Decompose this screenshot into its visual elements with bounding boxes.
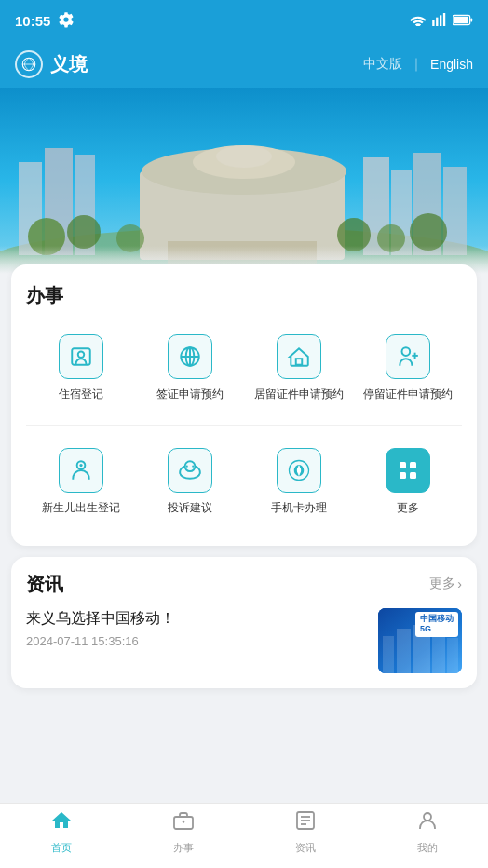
svg-rect-52 (397, 629, 411, 673)
nav-home-label: 首页 (51, 841, 72, 855)
news-item[interactable]: 来义乌选择中国移动！ 2024-07-11 15:35:16 (26, 608, 462, 673)
simcard-icon (277, 448, 321, 493)
main-content: 办事 住宿登记 (0, 264, 488, 774)
service-item-more[interactable]: 更多 (353, 437, 462, 527)
nav-news[interactable]: 资讯 (244, 802, 366, 862)
svg-point-62 (424, 813, 431, 821)
svg-rect-49 (410, 472, 416, 479)
stay-icon (386, 334, 430, 379)
wifi-icon (410, 13, 427, 29)
status-left: 10:55 (15, 11, 75, 31)
nav-home[interactable]: 首页 (0, 802, 122, 862)
app-title: 义境 (50, 52, 88, 77)
nav-profile[interactable]: 我的 (366, 802, 488, 862)
news-header: 资讯 更多 › (26, 572, 462, 597)
svg-rect-46 (400, 462, 406, 468)
complaint-label: 投诉建议 (168, 500, 212, 516)
more-icon (386, 448, 430, 493)
svg-rect-55 (447, 638, 458, 673)
news-image: 中国移动5G (378, 608, 462, 673)
residence-icon (277, 334, 321, 379)
news-more-label: 更多 (429, 576, 455, 592)
accommodation-icon (59, 334, 103, 379)
service-item-simcard[interactable]: 手机卡办理 (244, 437, 353, 527)
service-item-accommodation[interactable]: 住宿登记 (26, 323, 135, 414)
residence-label: 居留证件申请预约 (254, 387, 344, 402)
hero-banner (0, 88, 488, 274)
home-nav-icon (50, 809, 73, 837)
language-switcher[interactable]: 中文版 ｜ English (363, 56, 473, 73)
news-nav-icon (294, 809, 317, 837)
visa-label: 签证申请预约 (156, 387, 224, 402)
news-more-button[interactable]: 更多 › (429, 576, 462, 592)
settings-icon (58, 11, 75, 31)
news-section-title: 资讯 (26, 572, 63, 597)
simcard-label: 手机卡办理 (271, 500, 327, 516)
svg-point-32 (77, 352, 84, 359)
svg-rect-2 (440, 15, 441, 26)
app-logo: 义境 (15, 50, 88, 78)
service-item-residence[interactable]: 居留证件申请预约 (244, 323, 353, 414)
svg-rect-5 (454, 16, 468, 23)
news-image-badge: 中国移动5G (415, 612, 458, 637)
lang-divider: ｜ (410, 56, 423, 73)
service-grid: 住宿登记 签证申请预约 (26, 323, 462, 527)
status-right (410, 13, 473, 29)
svg-point-27 (410, 213, 447, 251)
svg-rect-6 (470, 18, 472, 21)
accommodation-label: 住宿登记 (59, 387, 103, 402)
service-item-stay[interactable]: 停留证件申请预约 (353, 323, 462, 414)
services-card: 办事 住宿登记 (11, 264, 477, 546)
service-item-complaint[interactable]: 投诉建议 (135, 437, 244, 527)
svg-rect-48 (400, 472, 406, 479)
svg-rect-51 (383, 636, 394, 673)
nav-services[interactable]: 办事 (122, 802, 244, 862)
svg-rect-47 (410, 462, 416, 468)
service-item-birth[interactable]: 新生儿出生登记 (26, 437, 135, 527)
time-display: 10:55 (15, 13, 50, 29)
news-item-date: 2024-07-11 15:35:16 (26, 634, 367, 648)
svg-point-23 (67, 215, 101, 249)
svg-rect-0 (432, 20, 434, 25)
chevron-right-icon: › (457, 576, 462, 591)
svg-rect-54 (432, 631, 445, 673)
svg-point-43 (192, 465, 194, 467)
lang-chinese[interactable]: 中文版 (363, 56, 402, 73)
briefcase-nav-icon (172, 809, 195, 837)
svg-rect-1 (436, 17, 438, 25)
svg-point-17 (216, 145, 272, 168)
services-title: 办事 (26, 283, 462, 308)
logo-icon (15, 50, 43, 78)
signal-icon (432, 13, 447, 29)
svg-point-40 (79, 464, 82, 467)
service-item-visa[interactable]: 签证申请预约 (135, 323, 244, 414)
complaint-icon (168, 448, 212, 493)
stay-label: 停留证件申请预约 (363, 387, 453, 402)
grid-row-divider (26, 425, 462, 426)
bottom-navigation: 首页 办事 资讯 我的 (0, 803, 488, 868)
svg-rect-3 (443, 13, 445, 26)
nav-news-label: 资讯 (295, 841, 316, 855)
more-label: 更多 (397, 500, 419, 516)
person-nav-icon (416, 809, 439, 837)
lang-english[interactable]: English (430, 57, 473, 72)
birth-icon (59, 448, 103, 493)
news-card: 资讯 更多 › 来义乌选择中国移动！ 2024-07-11 15:35:16 (11, 557, 477, 688)
battery-icon (453, 13, 473, 29)
svg-rect-21 (443, 167, 467, 255)
svg-point-42 (185, 465, 187, 467)
visa-icon (168, 334, 212, 379)
news-text: 来义乌选择中国移动！ 2024-07-11 15:35:16 (26, 608, 367, 648)
status-bar: 10:55 (0, 0, 488, 41)
news-item-title: 来义乌选择中国移动！ (26, 608, 367, 629)
svg-point-45 (296, 468, 300, 473)
svg-point-36 (401, 347, 410, 356)
app-header: 义境 中文版 ｜ English (0, 41, 488, 88)
svg-rect-35 (295, 359, 302, 365)
birth-label: 新生儿出生登记 (42, 500, 120, 516)
bottom-spacer (11, 699, 477, 774)
nav-profile-label: 我的 (417, 841, 438, 855)
nav-services-label: 办事 (173, 841, 194, 855)
